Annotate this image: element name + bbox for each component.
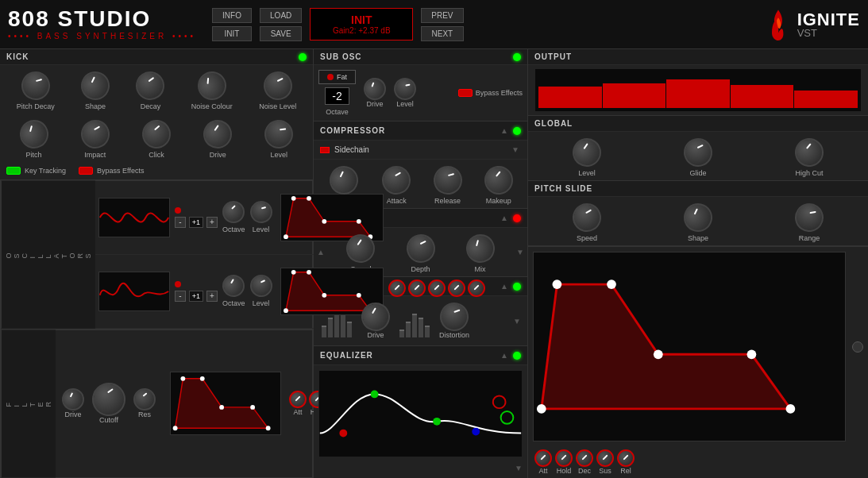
pitch-knob[interactable] bbox=[14, 114, 53, 153]
amp-led[interactable] bbox=[513, 283, 521, 291]
sub-bypass-toggle[interactable]: Bypass Effects bbox=[458, 89, 523, 97]
save-button[interactable]: SAVE bbox=[260, 26, 302, 41]
drive-knob[interactable] bbox=[201, 118, 234, 151]
osc2-hold-knob[interactable] bbox=[408, 279, 426, 297]
ps-sus-group: Sus bbox=[596, 449, 614, 475]
ps-dec-knob[interactable] bbox=[576, 449, 593, 467]
click-knob[interactable] bbox=[141, 118, 172, 149]
osc1-octave-plus[interactable]: + bbox=[206, 217, 218, 228]
global-knobs-row: Level Glide High Cut bbox=[528, 132, 868, 180]
sub-osc-header: SUB OSC bbox=[314, 49, 527, 65]
osc1-waveform[interactable] bbox=[98, 198, 170, 237]
compressor-release-knob[interactable] bbox=[428, 160, 467, 199]
osc1-led[interactable] bbox=[175, 207, 181, 214]
fat-button[interactable]: Fat bbox=[318, 70, 356, 84]
noise-level-knob[interactable] bbox=[260, 67, 296, 104]
osc2-controls: - +1 + bbox=[175, 281, 218, 302]
eq-scroll-down[interactable]: ▼ bbox=[314, 462, 527, 474]
osc1-octave-knob[interactable] bbox=[222, 201, 245, 223]
filter-res-knob[interactable] bbox=[133, 387, 156, 411]
shape-knob[interactable] bbox=[77, 67, 114, 104]
osc2-rel-knob[interactable] bbox=[468, 279, 485, 297]
osc2-sus-knob[interactable] bbox=[448, 279, 465, 297]
ps-att-knob[interactable] bbox=[534, 449, 552, 467]
osc2-att-knob[interactable] bbox=[388, 279, 406, 297]
ps-rel-knob[interactable] bbox=[617, 449, 635, 467]
global-highcut-knob[interactable] bbox=[793, 137, 824, 168]
init-button[interactable]: INIT bbox=[212, 26, 252, 41]
prev-button[interactable]: PREV bbox=[421, 8, 463, 23]
filter-drive-knob[interactable] bbox=[59, 385, 87, 414]
osc2-dec-knob[interactable] bbox=[428, 279, 446, 297]
osc2-octave-knob[interactable] bbox=[220, 272, 247, 299]
bypass-effects-toggle[interactable]: Bypass Effects bbox=[79, 167, 144, 175]
amp-bar-1 bbox=[322, 326, 326, 337]
filter-att-knob[interactable] bbox=[289, 391, 307, 408]
chorus-mix-knob[interactable] bbox=[461, 229, 500, 268]
header-buttons-mid: LOAD SAVE bbox=[260, 8, 302, 41]
compressor-scroll-up[interactable]: ▲ bbox=[499, 125, 510, 137]
osc2-waveform[interactable] bbox=[98, 272, 170, 311]
osc1-octave-minus[interactable]: - bbox=[175, 217, 186, 228]
osc2-level-knob: Level bbox=[250, 275, 272, 307]
sub-drive-knob[interactable] bbox=[360, 74, 389, 103]
osc2-level-knob[interactable] bbox=[247, 272, 276, 300]
kick-led[interactable] bbox=[299, 53, 307, 61]
svg-point-3 bbox=[307, 196, 311, 201]
compressor-title: COMPRESSOR bbox=[320, 126, 385, 135]
chorus-depth-knob[interactable] bbox=[402, 230, 438, 267]
eq-led[interactable] bbox=[513, 352, 521, 360]
compressor-attack-knob[interactable] bbox=[379, 163, 414, 198]
amp-scroll-down[interactable]: ▼ bbox=[511, 315, 523, 327]
output-header: OUTPUT bbox=[528, 49, 868, 65]
amp-distortion-knob[interactable] bbox=[435, 298, 473, 336]
decay-knob[interactable] bbox=[134, 69, 168, 102]
osc1-level-knob[interactable] bbox=[245, 197, 276, 227]
ignite-logo: IGNITE VST bbox=[766, 9, 860, 40]
ps-hold-knob[interactable] bbox=[555, 449, 573, 467]
pitch-slide-scroll-knob[interactable] bbox=[852, 341, 863, 353]
chorus-depth-group: Depth bbox=[407, 234, 435, 273]
pitch-slide-range-knob[interactable] bbox=[789, 198, 829, 237]
amp-scroll-up[interactable]: ▲ bbox=[499, 280, 510, 292]
osc2-octave-plus[interactable]: + bbox=[206, 291, 218, 302]
sub-level-knob[interactable] bbox=[390, 74, 421, 105]
global-level-knob[interactable] bbox=[570, 136, 604, 169]
next-button[interactable]: NEXT bbox=[421, 26, 463, 41]
eq-scroll-up[interactable]: ▲ bbox=[499, 349, 510, 361]
amp-bar-5 bbox=[347, 322, 352, 337]
osc2-octave-minus[interactable]: - bbox=[175, 291, 186, 302]
key-tracking-toggle[interactable]: Key Tracking bbox=[6, 167, 66, 175]
pitch-slide-speed-knob[interactable] bbox=[569, 200, 604, 235]
sidechain-row: Sidechain ▼ bbox=[314, 141, 527, 160]
global-glide-knob[interactable] bbox=[680, 134, 716, 171]
click-label: Click bbox=[149, 151, 164, 159]
global-glide-label: Glide bbox=[689, 169, 706, 177]
chorus-scroll-right[interactable]: ▼ bbox=[513, 245, 527, 260]
chorus-depth-label: Depth bbox=[411, 265, 430, 273]
compressor-makeup-knob[interactable] bbox=[483, 164, 514, 195]
level-knob[interactable] bbox=[259, 114, 299, 155]
osc2-knob-octave: Octave bbox=[222, 275, 245, 307]
knob-impact: Impact bbox=[81, 120, 110, 159]
osc2-led[interactable] bbox=[175, 281, 181, 287]
osc1-wave-svg bbox=[99, 199, 169, 237]
pitch-decay-knob[interactable] bbox=[16, 66, 55, 105]
compressor-scroll-down[interactable]: ▼ bbox=[510, 144, 521, 156]
svg-point-1 bbox=[284, 234, 288, 239]
load-button[interactable]: LOAD bbox=[260, 8, 302, 23]
chorus-scroll-left[interactable]: ▲ bbox=[314, 245, 328, 260]
chorus-led[interactable] bbox=[513, 214, 521, 222]
impact-knob[interactable] bbox=[78, 117, 113, 152]
compressor-attack-label: Attack bbox=[387, 197, 407, 205]
compressor-led[interactable] bbox=[513, 127, 521, 135]
pitch-slide-env-svg bbox=[534, 252, 845, 441]
sub-osc-led[interactable] bbox=[513, 53, 521, 61]
ps-sus-knob[interactable] bbox=[596, 449, 614, 467]
info-button[interactable]: INFO bbox=[212, 8, 252, 23]
sub-level-label: Level bbox=[396, 100, 414, 108]
noise-colour-knob[interactable] bbox=[192, 66, 233, 106]
pitch-slide-shape-knob[interactable] bbox=[680, 199, 716, 236]
chorus-scroll-up[interactable]: ▲ bbox=[499, 212, 510, 224]
filter-cutoff-knob[interactable] bbox=[90, 380, 129, 419]
